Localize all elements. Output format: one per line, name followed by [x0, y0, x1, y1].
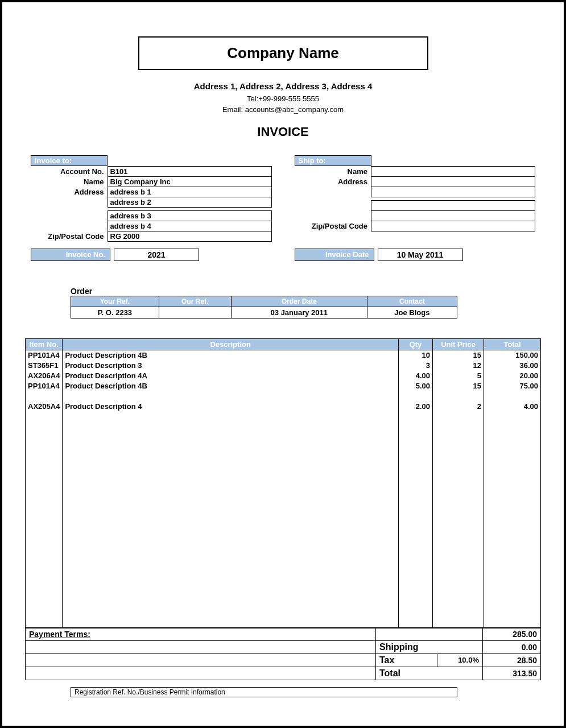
- label-ship-address: Address: [295, 176, 371, 187]
- tax-rate: 10.0%: [437, 653, 483, 667]
- value-addr3: address b 3: [108, 210, 271, 221]
- cell-desc: Product Description 4A: [63, 370, 399, 380]
- order-block: Order Your Ref. Our Ref. Order Date Cont…: [71, 287, 457, 318]
- cell-total: 150.00: [484, 350, 541, 360]
- cell-total: [484, 391, 541, 401]
- subtotal-value: 285.00: [483, 628, 541, 640]
- cell-desc: Product Description 4B: [63, 350, 399, 360]
- total-label: Total: [376, 667, 483, 680]
- items-header-desc: Description: [63, 338, 399, 350]
- order-our-ref: [159, 307, 231, 318]
- table-row: AX206A4Product Description 4A4.00520.00: [26, 370, 541, 380]
- table-row: PP101A4Product Description 4B5.001575.00: [26, 380, 541, 391]
- cell-price: 12: [433, 360, 484, 370]
- cell-item: ST365F1: [26, 360, 63, 370]
- document-title: INVOICE: [25, 125, 541, 139]
- table-row: AX205A4Product Description 42.0024.00: [26, 401, 541, 411]
- order-header-our-ref: Our Ref.: [159, 296, 231, 307]
- company-tel: Tel:+99-999-555 5555: [25, 93, 541, 105]
- cell-item: AX205A4: [26, 401, 63, 411]
- value-ship-addr3: [371, 200, 535, 210]
- value-zip: RG 2000: [108, 231, 271, 241]
- ship-to-block: Ship to: Name Address Zip/Postal Code: [295, 155, 536, 242]
- cell-item: [26, 391, 63, 401]
- cell-qty: 3: [399, 360, 433, 370]
- cell-total: 20.00: [484, 370, 541, 380]
- cell-desc: Product Description 4B: [63, 380, 399, 391]
- invoice-page: Company Name Address 1, Address 2, Addre…: [0, 0, 566, 728]
- invoice-to-block: Invoice to: Account No. B101 Name Big Co…: [31, 155, 272, 242]
- cell-qty: 4.00: [399, 370, 433, 380]
- cell-item: PP101A4: [26, 380, 63, 391]
- value-ship-zip: [371, 221, 535, 231]
- value-ship-addr4: [371, 210, 535, 221]
- label-ship-name: Name: [295, 166, 371, 176]
- cell-qty: 2.00: [399, 401, 433, 411]
- value-invoice-date: 10 May 2011: [378, 249, 463, 261]
- cell-desc: Product Description 4: [63, 401, 399, 411]
- company-address: Address 1, Address 2, Address 3, Address…: [25, 80, 541, 93]
- items-header-price: Unit Price: [433, 338, 484, 350]
- order-contact: Joe Blogs: [367, 307, 457, 318]
- cell-qty: 5.00: [399, 380, 433, 391]
- label-address: Address: [31, 187, 108, 197]
- order-date: 03 January 2011: [231, 307, 367, 318]
- table-row: PP101A4Product Description 4B1015150.00: [26, 350, 541, 360]
- cell-total: 36.00: [484, 360, 541, 370]
- table-row: [26, 391, 541, 401]
- cell-item: PP101A4: [26, 350, 63, 360]
- cell-total: 75.00: [484, 380, 541, 391]
- shipping-label: Shipping: [376, 640, 483, 653]
- company-email: Email: accounts@abc_company.com: [25, 104, 541, 115]
- total-value: 313.50: [483, 667, 541, 680]
- value-ship-addr2: [371, 187, 535, 197]
- payment-terms-label: Payment Terms:: [29, 630, 90, 639]
- cell-price: 2: [433, 401, 484, 411]
- items-header-qty: Qty: [399, 338, 433, 350]
- label-account-no: Account No.: [31, 166, 108, 176]
- items-header-item: Item No.: [26, 338, 63, 350]
- company-name: Company Name: [138, 36, 428, 70]
- cell-price: [433, 391, 484, 401]
- label-ship-zip: Zip/Postal Code: [295, 221, 371, 231]
- cell-qty: 10: [399, 350, 433, 360]
- value-addr1: address b 1: [108, 187, 271, 197]
- value-addr4: address b 4: [108, 221, 271, 231]
- table-row: ST365F1Product Description 331236.00: [26, 360, 541, 370]
- ship-to-heading: Ship to:: [295, 155, 371, 166]
- value-ship-name: [371, 166, 535, 176]
- label-zip: Zip/Postal Code: [31, 231, 108, 241]
- value-invoice-no: 2021: [114, 249, 199, 261]
- cell-total: 4.00: [484, 401, 541, 411]
- order-title: Order: [71, 287, 457, 296]
- label-invoice-date: Invoice Date: [295, 249, 374, 261]
- totals-table: Payment Terms: 285.00 Shipping 0.00 Tax …: [25, 628, 541, 680]
- tax-value: 28.50: [483, 653, 541, 667]
- order-header-your-ref: Your Ref.: [71, 296, 159, 307]
- items-table: Item No. Description Qty Unit Price Tota…: [25, 338, 541, 628]
- value-ship-addr1: [371, 176, 535, 187]
- cell-desc: Product Description 3: [63, 360, 399, 370]
- value-account-no: B101: [108, 166, 271, 176]
- cell-price: 15: [433, 350, 484, 360]
- value-addr2: address b 2: [108, 197, 271, 207]
- shipping-value: 0.00: [483, 640, 541, 653]
- cell-qty: [399, 391, 433, 401]
- invoice-to-heading: Invoice to:: [31, 155, 108, 166]
- order-your-ref: P. O. 2233: [71, 307, 159, 318]
- company-contact-block: Address 1, Address 2, Address 3, Address…: [25, 80, 541, 115]
- cell-price: 5: [433, 370, 484, 380]
- value-name: Big Company Inc: [108, 176, 271, 187]
- cell-desc: [63, 391, 399, 401]
- label-invoice-no: Invoice No.: [31, 249, 110, 261]
- cell-price: 15: [433, 380, 484, 391]
- registration-info: Registration Ref. No./Business Permit In…: [71, 687, 457, 697]
- order-header-contact: Contact: [367, 296, 457, 307]
- order-header-date: Order Date: [231, 296, 367, 307]
- items-header-total: Total: [484, 338, 541, 350]
- tax-label: Tax: [376, 653, 437, 667]
- cell-item: AX206A4: [26, 370, 63, 380]
- label-name: Name: [31, 176, 108, 187]
